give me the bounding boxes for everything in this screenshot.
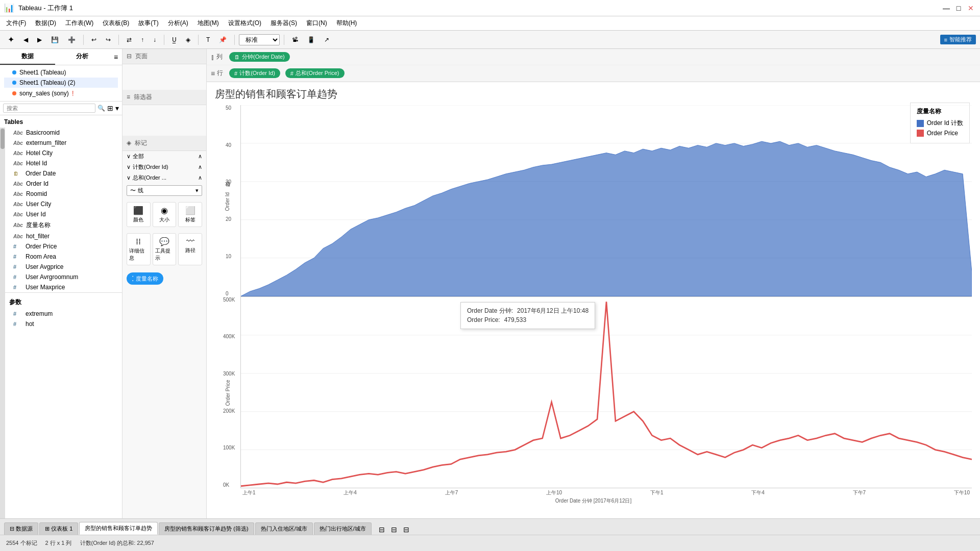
close-button[interactable]: ✕ bbox=[966, 3, 976, 13]
datasource-sheet1-2[interactable]: Sheet1 (Tableau) (2) bbox=[4, 78, 118, 88]
toolbar-highlight[interactable]: ◈ bbox=[182, 35, 194, 45]
datasource-sony[interactable]: sony_sales (sony) ! bbox=[4, 88, 118, 99]
grid-view-icon[interactable]: ⊞ bbox=[107, 104, 113, 112]
toolbar-share[interactable]: ↗ bbox=[321, 35, 333, 45]
menu-file[interactable]: 文件(F) bbox=[2, 18, 30, 29]
smart-recommend-button[interactable]: ≡ 智能推荐 bbox=[940, 35, 976, 44]
menu-analysis[interactable]: 分析(A) bbox=[164, 18, 192, 29]
tab-datasource[interactable]: ⊟ 数据源 bbox=[4, 522, 38, 535]
field-user-maxprice[interactable]: # User Maxprice bbox=[5, 282, 122, 292]
toolbar-text[interactable]: T bbox=[203, 35, 213, 45]
tab-add-icon[interactable]: ⊟ bbox=[401, 524, 411, 535]
field-order-date[interactable]: 🗓 Order Date bbox=[5, 168, 122, 179]
color-button[interactable]: ⬛ 颜色 bbox=[127, 202, 151, 227]
toolbar-device[interactable]: 📱 bbox=[304, 35, 318, 45]
maximize-button[interactable]: □ bbox=[953, 3, 964, 13]
menu-worksheet[interactable]: 工作表(W) bbox=[61, 18, 97, 29]
menu-map[interactable]: 地图(M) bbox=[193, 18, 223, 29]
tab-hotel-city[interactable]: 热门入住地区/城市 bbox=[255, 522, 313, 535]
field-roomid[interactable]: Abc Roomid bbox=[5, 189, 122, 199]
chart-area: 房型的销售和顾客订单趋势 度量名称 Order Id 计数 Order Pric… bbox=[207, 82, 980, 518]
toolbar-present[interactable]: 📽 bbox=[288, 35, 302, 45]
param-hot[interactable]: # hot bbox=[5, 319, 122, 329]
menu-dashboard[interactable]: 仪表板(B) bbox=[99, 18, 133, 29]
toolbar-sort-desc[interactable]: ↓ bbox=[150, 35, 160, 45]
field-externum[interactable]: Abc externum_filter bbox=[5, 138, 122, 148]
type-icon: # bbox=[13, 264, 22, 270]
toolbar-undo[interactable]: ↩ bbox=[88, 35, 100, 45]
y1-tick-30: 30 bbox=[226, 179, 231, 185]
tab-dashboard1[interactable]: ⊞ 仪表板 1 bbox=[39, 522, 78, 535]
label-button[interactable]: ⬜ 标签 bbox=[178, 202, 202, 227]
menu-window[interactable]: 窗口(N) bbox=[302, 18, 331, 29]
tab-chart-main[interactable]: 房型的销售和顾客订单趋势 bbox=[79, 522, 158, 535]
field-user-id[interactable]: Abc User Id bbox=[5, 209, 122, 219]
field-hot-filter[interactable]: Abc hot_filter bbox=[5, 231, 122, 241]
measures-pill[interactable]: ⁚ 度量名称 bbox=[127, 272, 163, 285]
tab-chart-filter[interactable]: 房型的销售和顾客订单趋势 (筛选) bbox=[159, 522, 254, 535]
left-scrollbar[interactable] bbox=[0, 128, 5, 518]
toolbar-fit-dropdown[interactable]: 标准 bbox=[239, 34, 280, 45]
size-button[interactable]: ◉ 大小 bbox=[153, 202, 177, 227]
toolbar-forward[interactable]: ▶ bbox=[34, 35, 45, 45]
toolbar-back[interactable]: ◀ bbox=[20, 35, 32, 45]
menu-story[interactable]: 故事(T) bbox=[134, 18, 162, 29]
col-pill-order-date[interactable]: 🗓 分钟(Order Date) bbox=[229, 52, 290, 62]
field-measure-names[interactable]: Abc 度量名称 bbox=[5, 219, 122, 231]
scrollbar-thumb[interactable] bbox=[1, 129, 5, 149]
row-pill-order-id[interactable]: # 计数(Order Id) bbox=[229, 68, 280, 78]
detail-button[interactable]: ⁞⁞ 详细信息 bbox=[127, 233, 151, 265]
marks-order-price-label: 总和(Order ... bbox=[131, 174, 198, 182]
search-icon[interactable]: 🔍 bbox=[97, 105, 105, 112]
menu-data[interactable]: 数据(D) bbox=[31, 18, 60, 29]
field-basicroomid[interactable]: Abc Basicroomid bbox=[5, 128, 122, 138]
detail-label: 详细信息 bbox=[129, 247, 148, 262]
menu-format[interactable]: 设置格式(O) bbox=[224, 18, 265, 29]
search-input[interactable] bbox=[3, 104, 95, 113]
param-extremum[interactable]: # extremum bbox=[5, 309, 122, 319]
tab-delete-icon[interactable]: ⊟ bbox=[389, 524, 399, 535]
toolbar-save[interactable]: 💾 bbox=[47, 35, 62, 45]
type-icon: Abc bbox=[13, 140, 23, 146]
status-marks: 2554 个标记 bbox=[6, 539, 37, 547]
field-user-avgprice[interactable]: # User Avgprice bbox=[5, 262, 122, 272]
sort-icon[interactable]: ▾ bbox=[115, 104, 119, 112]
minimize-button[interactable]: — bbox=[941, 3, 951, 13]
field-room-area[interactable]: # Room Area bbox=[5, 252, 122, 262]
toolbar-add-datasource[interactable]: ➕ bbox=[64, 35, 79, 45]
marks-order-id[interactable]: ∨ 计数(Order Id) ∧ bbox=[122, 162, 206, 172]
marks-icon: ◈ bbox=[127, 139, 131, 146]
field-order-price[interactable]: # Order Price bbox=[5, 241, 122, 252]
filters-drop-area bbox=[122, 105, 206, 136]
marks-chevron-oid: ∨ bbox=[127, 164, 131, 170]
field-hotel-city[interactable]: Abc Hotel City bbox=[5, 148, 122, 158]
col-label: ⫿ 列 bbox=[211, 53, 226, 61]
toolbar-new[interactable]: ✦ bbox=[4, 33, 18, 46]
tab-travel-city[interactable]: 热门出行地区/城市 bbox=[314, 522, 372, 535]
marks-type-dropdown[interactable]: 〜 线 ▾ bbox=[127, 185, 202, 196]
toolbar-pin[interactable]: 📌 bbox=[215, 35, 230, 45]
field-user-avrgroomnum[interactable]: # User Avrgroomnum bbox=[5, 272, 122, 282]
window-title: Tableau - 工作簿 1 bbox=[18, 4, 73, 13]
measures-label: 度量名称 bbox=[136, 275, 158, 283]
marks-order-price[interactable]: ∨ 总和(Order ... ∧ bbox=[122, 172, 206, 183]
path-button[interactable]: 〰 路径 bbox=[178, 233, 202, 265]
toolbar-underline[interactable]: U̲ bbox=[168, 35, 180, 45]
tooltip-button[interactable]: 💬 工具提示 bbox=[153, 233, 177, 265]
field-user-city[interactable]: Abc User City bbox=[5, 199, 122, 209]
tab-control-icons: ⊟ ⊟ ⊟ bbox=[377, 524, 411, 535]
field-order-id[interactable]: Abc Order Id bbox=[5, 179, 122, 189]
menu-help[interactable]: 帮助(H) bbox=[332, 18, 361, 29]
tab-analysis[interactable]: 分析 bbox=[55, 49, 110, 65]
panel-menu-icon[interactable]: ≡ bbox=[110, 49, 122, 65]
field-hotel-id[interactable]: Abc Hotel Id bbox=[5, 158, 122, 168]
toolbar-sort-asc[interactable]: ↑ bbox=[137, 35, 148, 45]
row-pill-order-price[interactable]: # 总和(Order Price) bbox=[285, 68, 345, 78]
tab-copy-icon[interactable]: ⊟ bbox=[377, 524, 387, 535]
toolbar-swap[interactable]: ⇄ bbox=[123, 35, 135, 45]
tab-data[interactable]: 数据 bbox=[0, 49, 55, 65]
menu-server[interactable]: 服务器(S) bbox=[266, 18, 301, 29]
toolbar-redo[interactable]: ↪ bbox=[102, 35, 114, 45]
marks-all[interactable]: ∨ 全部 ∧ bbox=[122, 151, 206, 162]
datasource-sheet1[interactable]: Sheet1 (Tableau) bbox=[4, 67, 118, 78]
